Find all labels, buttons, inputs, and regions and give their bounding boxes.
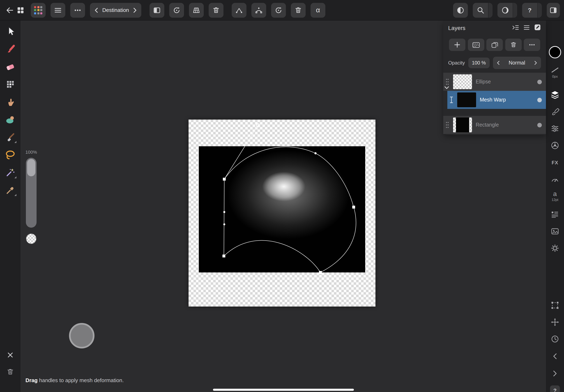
smooth-node-button[interactable] [251,3,266,17]
transform-handles-icon [550,301,560,310]
eraser-tool[interactable] [3,60,17,73]
stroke-width-icon [550,66,560,73]
delete-layer-button-panel[interactable] [505,39,522,51]
layer-more-button[interactable] [524,39,540,51]
document-artboard[interactable] [189,120,375,307]
studio-tab-paragraph[interactable] [548,208,562,222]
transparency-swatch[interactable] [26,233,37,244]
undo-button[interactable] [548,349,562,363]
text-tool-icon: a [553,191,557,197]
history-button[interactable] [548,332,562,346]
back-home-button[interactable] [4,3,26,17]
mesh-edge-point[interactable] [223,211,225,213]
mesh-node-topleft[interactable] [223,178,226,181]
freehand-selection-tool[interactable] [3,148,17,162]
cancel-button[interactable] [7,351,14,360]
duplicate-layer-button[interactable] [486,39,503,51]
destination-breadcrumb[interactable]: Destination [90,3,141,17]
drag-handle-icon[interactable] [445,78,449,85]
mesh-node-bottomleft[interactable] [222,254,225,257]
transform-mode-button[interactable] [548,298,562,312]
layer-row-ellipse[interactable]: Ellipse [443,73,546,91]
more-options-button[interactable] [70,3,85,17]
assistant-button[interactable] [497,3,517,17]
layer-thumbnail-rectangle[interactable] [453,117,472,132]
expand-chevron-icon[interactable] [444,86,449,90]
color-picker-tool[interactable] [3,183,17,197]
blend-prev-icon[interactable] [496,60,500,65]
magic-wand-tool[interactable] [3,166,17,180]
drag-handle-icon[interactable] [445,121,449,129]
slider-thumb[interactable] [27,159,35,176]
help-panel-button[interactable]: ? [548,383,562,392]
layer-visibility-toggle[interactable] [537,123,542,127]
mask-layer-button[interactable] [468,39,484,51]
mesh-edge-bottom [224,240,320,272]
blend-mode-control[interactable]: Normal [493,57,541,69]
redo-button[interactable] [548,366,562,380]
layer-row-rectangle[interactable]: Rectangle [443,116,546,134]
studio-tab-layers[interactable] [548,88,562,102]
layer-visibility-toggle[interactable] [537,80,542,84]
stroke-width-button[interactable]: 0px [548,63,562,81]
color-swatch-button[interactable] [548,45,562,59]
rotate-canvas-button[interactable] [169,3,184,17]
mesh-warp-button[interactable] [189,3,204,17]
sharp-node-icon [235,6,243,14]
rotate-mesh-button[interactable] [271,3,286,17]
mesh-node-right[interactable] [352,206,355,209]
auto-levels-button[interactable] [453,3,468,17]
studio-tab-color[interactable] [548,139,562,153]
studio-tab-text[interactable]: a 12pt [548,188,562,205]
sponge-tool[interactable] [3,112,17,126]
smudge-finger-tool[interactable] [3,95,17,109]
layer-thumbnail-mesh-warp[interactable] [457,92,476,107]
edit-all-layers-button[interactable] [534,24,541,32]
home-indicator[interactable] [213,389,354,391]
help-button[interactable]: ? [522,3,542,17]
paint-brush-tool[interactable] [3,42,17,56]
rotate-icon [173,6,181,14]
zoom-options-handle[interactable] [488,3,493,17]
assistant-options-handle[interactable] [513,3,517,17]
mesh-warp-overlay[interactable] [189,120,375,307]
zoom-tool-button[interactable] [473,3,493,17]
document-menu-button[interactable] [51,3,65,17]
layers-panel-title: Layers [448,25,508,31]
help-options-handle[interactable] [537,3,542,17]
studio-tab-brushes[interactable] [548,105,562,119]
sharp-node-button[interactable] [232,3,247,17]
studio-toggle-button[interactable] [547,3,560,17]
studio-tab-fx[interactable]: FX [548,156,562,170]
tool-width-slider[interactable] [26,158,37,228]
pixel-tool[interactable] [3,77,17,91]
mesh-node-bottom[interactable] [319,271,322,274]
alpha-channel-button[interactable]: α [311,3,325,17]
add-layer-button[interactable] [449,39,465,51]
status-hint: Drag handles to apply mesh deformation. [26,377,124,383]
move-tool[interactable] [3,24,17,38]
layer-options-button[interactable] [523,24,530,32]
personas-button[interactable] [31,3,46,17]
studio-tab-adjustments[interactable] [548,122,562,136]
layer-row-mesh-warp[interactable]: Mesh Warp [447,91,546,109]
split-view-button[interactable] [150,3,164,17]
layer-thumbnail-ellipse[interactable] [453,74,472,89]
studio-tab-histogram[interactable] [548,173,562,187]
delete-node-button[interactable] [291,3,306,17]
layer-name: Rectangle [476,122,534,128]
duplicate-icon [491,42,498,48]
studio-tab-media[interactable] [548,224,562,238]
mesh-control-point[interactable] [315,152,316,154]
layer-arrange-button[interactable] [512,24,519,32]
opacity-value[interactable]: 100 % [468,57,489,68]
delete-button-toolbar[interactable] [209,3,223,17]
assistant-icon [501,6,509,14]
texture-brush-tool[interactable] [3,130,17,144]
blend-next-icon[interactable] [534,60,538,65]
layer-visibility-toggle[interactable] [537,98,542,102]
mesh-edge-point[interactable] [223,223,225,225]
studio-tab-settings[interactable] [548,241,562,255]
move-mode-button[interactable] [548,315,562,329]
delete-layer-button[interactable] [6,368,14,377]
